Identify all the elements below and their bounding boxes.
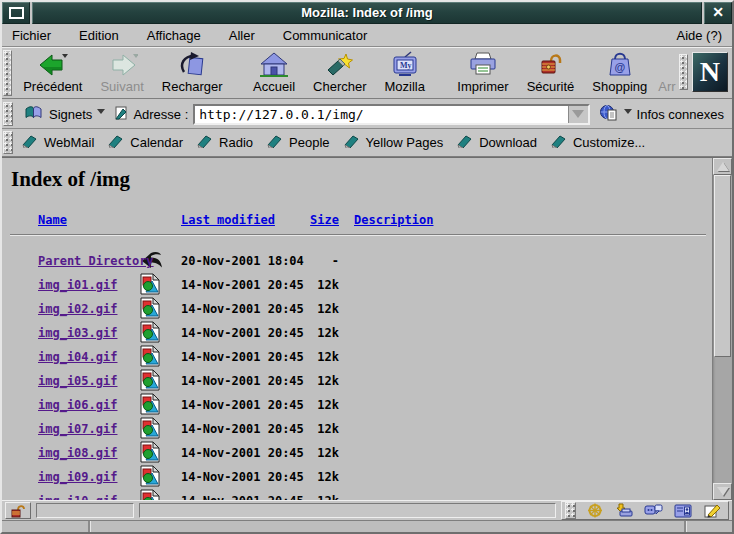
reload-label: Recharger [162, 79, 223, 94]
browser-window: Mozilla: Index of /img ✕ Fichier Edition… [0, 0, 734, 534]
window-menu-button[interactable] [2, 2, 30, 24]
scroll-up-button[interactable] [713, 158, 732, 175]
print-label: Imprimer [457, 79, 508, 94]
window-title: Mozilla: Index of /img [32, 2, 702, 24]
home-button[interactable]: Accueil [244, 48, 304, 98]
bookmark-marker-icon [457, 135, 474, 151]
listing-row: img_i10.gif 14-Nov-2001 20:45 12k [8, 489, 712, 500]
bookmarks-icon [24, 105, 44, 124]
navigation-toolbar: Précédent Suivant Recharger [2, 47, 732, 99]
svg-text:@: @ [614, 61, 625, 73]
window-menu-icon [9, 7, 24, 19]
stop-button[interactable]: Arr [656, 48, 677, 98]
file-modified: 14-Nov-2001 20:45 [181, 278, 307, 292]
composer-icon[interactable] [703, 503, 721, 518]
scroll-down-button[interactable] [713, 483, 732, 500]
sort-by-modified-link[interactable]: Last modified [181, 213, 275, 227]
file-size: 12k [307, 278, 339, 292]
personal-bookmark-label: Yellow Pages [366, 135, 444, 150]
back-label: Précédent [23, 79, 82, 94]
reload-button[interactable]: Recharger [153, 48, 232, 98]
component-bar-grip[interactable] [565, 502, 576, 519]
print-icon [467, 50, 499, 79]
listing-rows: Parent Directory 20-Nov-2001 18:04 - [8, 249, 712, 500]
related-info-dropdown-icon [624, 109, 632, 114]
url-history-dropdown-button[interactable] [568, 106, 588, 123]
file-size: 12k [307, 350, 339, 364]
bookmarks-button[interactable]: Signets [20, 103, 109, 126]
sort-by-size-link[interactable]: Size [310, 213, 339, 227]
search-button[interactable]: Chercher [304, 48, 375, 98]
bookmark-marker-icon [108, 135, 125, 151]
netscape-throbber-logo[interactable]: N [692, 52, 728, 92]
related-info-globe-icon [599, 104, 619, 125]
menu-communicator[interactable]: Communicator [283, 28, 368, 43]
page-heading: Index of /img [11, 167, 712, 192]
personal-bookmark-item[interactable]: Calendar [101, 133, 190, 153]
bookmark-marker-icon [197, 135, 214, 151]
toolbar-grip[interactable] [3, 50, 12, 96]
directory-listing: Name Last modified Size Description [8, 213, 712, 500]
resize-handle-separator [684, 521, 687, 532]
shopping-label: Shopping [592, 79, 647, 94]
file-modified: 14-Nov-2001 20:45 [181, 350, 307, 364]
mailbox-icon[interactable] [615, 503, 633, 518]
address-label: Adresse : [133, 107, 188, 122]
throbber-grip[interactable] [679, 54, 688, 90]
component-bar [561, 501, 729, 520]
page-proxy-icon[interactable] [114, 105, 128, 124]
svg-text:My: My [400, 61, 412, 70]
file-size: 12k [307, 446, 339, 460]
personal-bookmark-label: Radio [219, 135, 253, 150]
page-content: Index of /img Name Last modified Size De… [2, 158, 712, 500]
security-status-button[interactable] [5, 502, 31, 519]
security-button[interactable]: Sécurité [518, 48, 584, 98]
related-info-button[interactable]: Infos connexes [595, 102, 728, 127]
personal-bookmark-item[interactable]: Yellow Pages [337, 133, 451, 153]
file-modified: 20-Nov-2001 18:04 [181, 254, 307, 268]
resize-handle-separator [88, 521, 91, 532]
menu-fichier[interactable]: Fichier [12, 28, 51, 43]
file-modified: 14-Nov-2001 20:45 [181, 398, 307, 412]
url-input[interactable] [195, 106, 567, 123]
address-book-icon[interactable] [674, 504, 692, 518]
bookmarks-dropdown-icon [97, 109, 105, 114]
navigator-wheel-icon[interactable] [587, 503, 604, 518]
forward-icon [106, 50, 138, 79]
personal-bookmark-item[interactable]: Download [450, 133, 544, 153]
personal-bookmark-label: Calendar [130, 135, 183, 150]
forward-button[interactable]: Suivant [91, 48, 152, 98]
file-modified: 14-Nov-2001 20:45 [181, 302, 307, 316]
location-grip[interactable] [3, 102, 13, 126]
mynetscape-button[interactable]: My Mozilla [376, 48, 434, 98]
shopping-button[interactable]: @ Shopping [583, 48, 656, 98]
personal-bookmark-item[interactable]: People [260, 133, 336, 153]
menu-aide[interactable]: Aide (?) [676, 28, 722, 43]
instant-messenger-icon[interactable] [644, 504, 663, 518]
personal-bookmark-item[interactable]: Customize... [544, 133, 652, 153]
scrollbar-thumb[interactable] [714, 175, 731, 357]
personal-bookmark-label: Customize... [573, 135, 645, 150]
mynetscape-label: Mozilla [385, 79, 425, 94]
back-button[interactable]: Précédent [14, 48, 91, 98]
personal-toolbar-grip[interactable] [3, 131, 13, 154]
print-button[interactable]: Imprimer [448, 48, 517, 98]
file-size: 12k [307, 422, 339, 436]
bookmark-marker-icon [22, 135, 39, 151]
scroll-up-icon [717, 162, 729, 171]
titlebar[interactable]: Mozilla: Index of /img ✕ [2, 2, 732, 24]
personal-bookmark-label: People [289, 135, 329, 150]
sort-by-name-link[interactable]: Name [38, 213, 67, 227]
personal-bookmark-item[interactable]: Radio [190, 133, 260, 153]
menu-edition[interactable]: Edition [79, 28, 119, 43]
personal-bookmark-item[interactable]: WebMail [15, 133, 101, 153]
close-button[interactable]: ✕ [704, 2, 732, 24]
menu-affichage[interactable]: Affichage [147, 28, 201, 43]
personal-toolbar: WebMail Calendar Radio [2, 129, 732, 157]
personal-bookmark-label: WebMail [44, 135, 94, 150]
sort-by-description-link[interactable]: Description [354, 213, 433, 227]
scrollbar-track[interactable] [713, 175, 732, 483]
home-icon [258, 50, 290, 79]
window-resize-border[interactable] [2, 520, 732, 532]
menu-aller[interactable]: Aller [229, 28, 255, 43]
